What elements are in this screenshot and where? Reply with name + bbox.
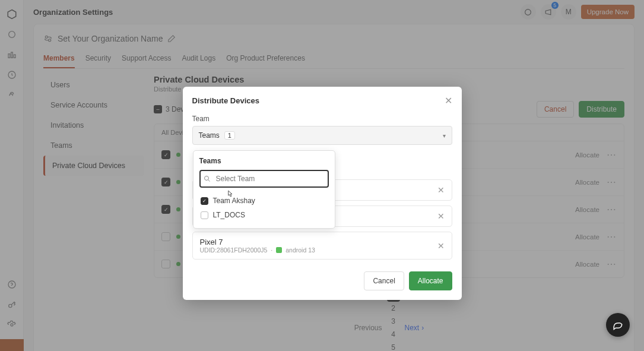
close-icon[interactable]: ✕ <box>445 95 452 106</box>
modal-cancel-button[interactable]: Cancel <box>364 271 404 290</box>
team-option-team-akshay[interactable]: ✓ Team Akshay <box>199 194 329 208</box>
team-search-input[interactable] <box>199 170 329 188</box>
svg-point-12 <box>204 176 208 181</box>
caret-down-icon: ▾ <box>443 132 446 139</box>
android-icon <box>276 247 282 253</box>
teams-dropdown: Teams ✓ Team Akshay LT_DOCS <box>193 150 335 229</box>
team-select[interactable]: Teams 1 ▾ Teams ✓ Team Akshay LT_DOCS <box>192 126 452 145</box>
remove-device-icon[interactable]: ✕ <box>437 241 445 251</box>
device-os: android 13 <box>285 246 315 254</box>
remove-device-icon-2[interactable]: ✕ <box>437 211 445 221</box>
team-label: Team <box>192 115 452 123</box>
remove-device-icon-1[interactable]: ✕ <box>437 185 445 195</box>
device-udid: UDID:28061FDH2000J5 <box>200 246 268 254</box>
device-name: Pixel 7 <box>200 238 315 246</box>
team-option-lt-docs[interactable]: LT_DOCS <box>199 208 329 222</box>
search-icon <box>204 175 211 182</box>
chat-fab[interactable] <box>606 313 630 337</box>
selected-device-card: Pixel 7 UDID:28061FDH2000J5 · android 13… <box>192 232 452 260</box>
checkbox-icon: ✓ <box>201 197 208 205</box>
modal-title: Distribute Devices <box>192 96 259 105</box>
modal-allocate-button[interactable]: Allocate <box>409 271 452 290</box>
checkbox-icon <box>201 211 208 219</box>
dropdown-title: Teams <box>199 157 329 165</box>
team-count: 1 <box>224 131 235 140</box>
distribute-modal: Distribute Devices ✕ Team Teams 1 ▾ Team… <box>183 87 462 300</box>
